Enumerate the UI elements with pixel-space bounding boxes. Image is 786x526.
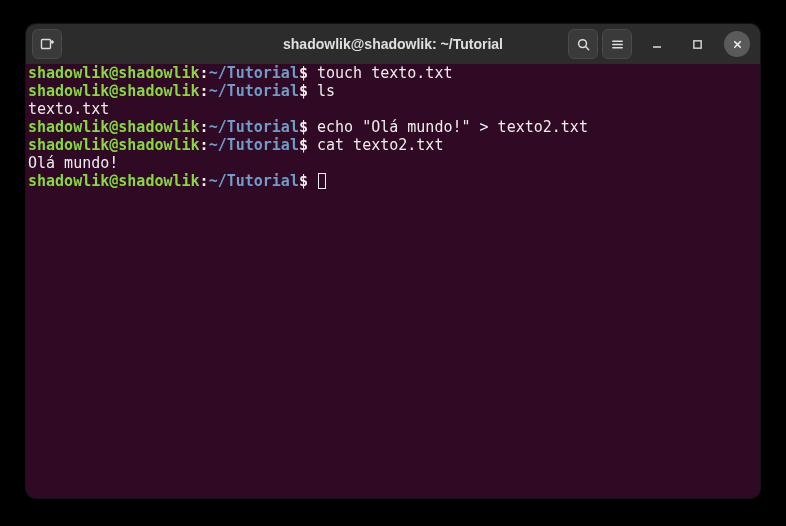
- maximize-icon: [692, 39, 703, 50]
- command-text: ls: [308, 82, 335, 100]
- prompt-user: shadowlik@shadowlik: [28, 118, 200, 136]
- prompt-colon: :: [200, 118, 209, 136]
- terminal-line: texto.txt: [28, 100, 758, 118]
- prompt-colon: :: [200, 172, 209, 190]
- close-button[interactable]: [724, 31, 750, 57]
- new-tab-button[interactable]: [32, 29, 62, 59]
- menu-button[interactable]: [602, 29, 632, 59]
- terminal-window: shadowlik@shadowlik: ~/Tutorial: [26, 24, 760, 498]
- search-icon: [576, 37, 591, 52]
- prompt-path: ~/Tutorial: [209, 136, 299, 154]
- prompt-dollar: $: [299, 136, 308, 154]
- prompt-path: ~/Tutorial: [209, 82, 299, 100]
- command-text: [308, 172, 317, 190]
- command-text: echo "Olá mundo!" > texto2.txt: [308, 118, 588, 136]
- prompt-dollar: $: [299, 64, 308, 82]
- terminal-line: shadowlik@shadowlik:~/Tutorial$ cat text…: [28, 136, 758, 154]
- output-text: Olá mundo!: [28, 154, 118, 172]
- prompt-path: ~/Tutorial: [209, 172, 299, 190]
- prompt-dollar: $: [299, 82, 308, 100]
- prompt-dollar: $: [299, 118, 308, 136]
- terminal-line: shadowlik@shadowlik:~/Tutorial$ ls: [28, 82, 758, 100]
- output-text: texto.txt: [28, 100, 109, 118]
- titlebar: shadowlik@shadowlik: ~/Tutorial: [26, 24, 760, 64]
- terminal-line: Olá mundo!: [28, 154, 758, 172]
- hamburger-menu-icon: [610, 37, 625, 52]
- command-text: touch texto.txt: [308, 64, 453, 82]
- prompt-user: shadowlik@shadowlik: [28, 136, 200, 154]
- minimize-button[interactable]: [644, 31, 670, 57]
- prompt-colon: :: [200, 82, 209, 100]
- prompt-user: shadowlik@shadowlik: [28, 172, 200, 190]
- search-button[interactable]: [568, 29, 598, 59]
- close-icon: [732, 39, 743, 50]
- prompt-colon: :: [200, 64, 209, 82]
- terminal-line: shadowlik@shadowlik:~/Tutorial$: [28, 172, 758, 190]
- prompt-user: shadowlik@shadowlik: [28, 82, 200, 100]
- terminal-body[interactable]: shadowlik@shadowlik:~/Tutorial$ touch te…: [26, 64, 760, 190]
- command-text: cat texto2.txt: [308, 136, 443, 154]
- prompt-path: ~/Tutorial: [209, 64, 299, 82]
- prompt-user: shadowlik@shadowlik: [28, 64, 200, 82]
- cursor: [318, 173, 326, 189]
- maximize-button[interactable]: [684, 31, 710, 57]
- new-tab-icon: [39, 36, 55, 52]
- svg-rect-0: [42, 40, 51, 49]
- prompt-dollar: $: [299, 172, 308, 190]
- prompt-colon: :: [200, 136, 209, 154]
- svg-rect-2: [693, 40, 700, 47]
- minimize-icon: [651, 38, 663, 50]
- terminal-line: shadowlik@shadowlik:~/Tutorial$ echo "Ol…: [28, 118, 758, 136]
- prompt-path: ~/Tutorial: [209, 118, 299, 136]
- terminal-line: shadowlik@shadowlik:~/Tutorial$ touch te…: [28, 64, 758, 82]
